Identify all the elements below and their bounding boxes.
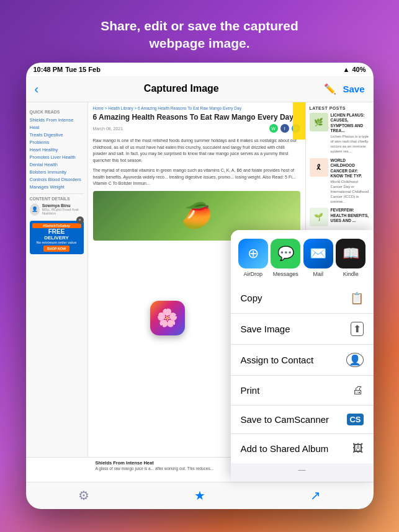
action-copy[interactable]: Copy 📋: [231, 283, 374, 314]
latest-item-3: 🌱 FEVERFEW: HEALTH BENEFITS, USES AND ..…: [310, 208, 370, 226]
save-image-icon: ⬆: [351, 322, 364, 336]
status-bar: 10:48 PM Tue 15 Feb ▲ 40%: [26, 63, 374, 76]
latest-posts-title: LATEST POSTS: [310, 106, 370, 110]
header-text: Share, edit or save the captured webpage…: [101, 17, 298, 53]
device-frame: 10:48 PM Tue 15 Feb ▲ 40% ‹ Captured Ima…: [26, 63, 374, 509]
facebook-icon[interactable]: f: [280, 124, 289, 133]
sidebar-link-6[interactable]: Bolsters Immunity: [30, 169, 84, 176]
sidebar-link-8[interactable]: Manages Weight: [30, 184, 84, 191]
content-area: QUICK READS Shields From Intense Heat Tr…: [26, 102, 374, 482]
airdrop-icon: ⊕: [248, 246, 259, 262]
share-sheet: ⊕ AirDrop 💬 Messages ✉️ Mail: [231, 230, 374, 482]
mail-label: Mail: [313, 271, 323, 277]
camscanner-icon: CS: [347, 414, 363, 425]
print-label: Print: [241, 385, 260, 396]
latest-item-1: 🌿 LICHEN PLANUS: CAUSES, SYMPTOMS AND TR…: [310, 113, 370, 154]
article-body-2: The myriad of essential vitamins in gree…: [93, 167, 300, 187]
save-button[interactable]: Save: [343, 84, 364, 94]
drag-handle: —: [231, 463, 374, 477]
app-icon-mail[interactable]: ✉️ Mail: [303, 239, 333, 277]
assign-contact-label: Assign to Contact: [241, 355, 314, 365]
action-assign-contact[interactable]: Assign to Contact 👤: [231, 345, 374, 376]
kindle-label: Kindle: [343, 271, 359, 277]
sidebar-link-4[interactable]: Promotes Liver Health: [30, 154, 84, 161]
latest-title-3: FEVERFEW: HEALTH BENEFITS, USES AND ...: [331, 208, 370, 223]
quick-reads-title: QUICK READS: [30, 110, 84, 114]
latest-thumb-2: 🎗: [310, 158, 328, 177]
save-image-label: Save Image: [241, 324, 290, 334]
sidebar-spacer: [31, 460, 93, 479]
breadcrumb: Home > Health Library > 6 Amazing Health…: [93, 106, 300, 110]
latest-title-2: WORLD CHILDHOOD CANCER DAY: KNOW THE TYP…: [331, 158, 370, 179]
article-date: March 08, 2021: [93, 126, 123, 131]
favorites-tab-icon[interactable]: ★: [194, 488, 205, 503]
header-section: Share, edit or save the captured webpage…: [76, 0, 323, 63]
page-title: Captured Image: [144, 83, 219, 94]
wifi-icon: ▲: [343, 66, 350, 73]
camscanner-label: Save to CamScanner: [241, 414, 330, 425]
latest-title-1: LICHEN PLANUS: CAUSES, SYMPTOMS AND TREA…: [331, 113, 370, 134]
author-avatar: 👤: [30, 203, 40, 216]
ad-delivery: DELIVERY: [32, 235, 81, 241]
ad-banner: #SwitchToSafety FREE DELIVERY No minimum…: [30, 221, 84, 254]
kindle-icon: 📖: [343, 246, 359, 262]
article-body-1: Raw mango is one of the most relished fo…: [93, 138, 300, 164]
share-tab-icon[interactable]: ↗: [310, 488, 321, 503]
assign-contact-icon: 👤: [346, 353, 364, 367]
messages-icon: 💬: [277, 246, 294, 262]
app-icon-airdrop[interactable]: ⊕ AirDrop: [238, 239, 268, 277]
action-save-image[interactable]: Save Image ⬆: [231, 314, 374, 345]
mail-icon: ✉️: [310, 246, 326, 262]
mango-visual: 🥭: [181, 201, 212, 230]
airdrop-label: AirDrop: [243, 271, 262, 277]
sidebar-link-1[interactable]: Shields From Intense Heat: [30, 117, 84, 131]
status-left: 10:48 PM Tue 15 Feb: [34, 66, 101, 73]
battery-display: 40%: [352, 66, 365, 73]
print-icon: 🖨: [352, 384, 364, 397]
nav-actions: ✏️ Save: [324, 83, 364, 95]
sidebar-link-7[interactable]: Controls Blood Disorders: [30, 176, 84, 184]
back-button[interactable]: ‹: [35, 82, 39, 96]
date-display: Tue 15 Feb: [65, 66, 101, 73]
status-right: ▲ 40%: [343, 66, 366, 73]
photos-app-icon: 🌸: [150, 301, 185, 335]
action-print[interactable]: Print 🖨: [231, 376, 374, 406]
latest-desc-2: World Childhood Cancer Day or Internatio…: [331, 180, 370, 204]
app-icon-kindle[interactable]: 📖 Kindle: [336, 239, 365, 277]
pencil-icon[interactable]: ✏️: [324, 83, 336, 95]
sidebar-link-2[interactable]: Treats Digestive Problems: [30, 131, 84, 146]
latest-thumb-3: 🌱: [310, 208, 328, 226]
messages-label: Messages: [273, 271, 298, 277]
settings-tab-icon[interactable]: ⚙: [78, 488, 89, 503]
latest-desc-1: Lichen Planus is a type of skin rash tha…: [331, 135, 370, 154]
tab-bar: ⚙ ★ ↗: [26, 482, 374, 509]
switch-badge: #SwitchToSafety: [32, 223, 81, 228]
ad-free: FREE: [32, 228, 81, 235]
article-title: 6 Amazing Health Reasons To Eat Raw Mang…: [93, 113, 300, 123]
copy-label: Copy: [241, 293, 262, 303]
author-name: Sowmya Binu: [42, 203, 84, 208]
app-icons-row: ⊕ AirDrop 💬 Messages ✉️ Mail: [231, 230, 374, 283]
app-icon-messages[interactable]: 💬 Messages: [271, 239, 300, 277]
sidebar-link-5[interactable]: Dental Health: [30, 161, 84, 169]
action-camscanner[interactable]: Save to CamScanner CS: [231, 406, 374, 434]
author-role: MSc, M.phil Food And Nutrition: [42, 208, 84, 215]
latest-thumb-1: 🌿: [310, 113, 328, 131]
whatsapp-icon[interactable]: W: [269, 124, 278, 133]
left-sidebar: QUICK READS Shields From Intense Heat Tr…: [26, 102, 88, 457]
ad-sub: No minimum order value: [32, 241, 81, 244]
action-shared-album[interactable]: Add to Shared Album 🖼: [231, 434, 374, 463]
latest-item-2: 🎗 WORLD CHILDHOOD CANCER DAY: KNOW THE T…: [310, 158, 370, 205]
time-display: 10:48 PM: [34, 66, 63, 73]
shared-album-icon: 🖼: [352, 442, 364, 455]
shared-album-label: Add to Shared Album: [241, 443, 329, 454]
sidebar-link-3[interactable]: Heart Healthy: [30, 146, 84, 154]
ad-btn[interactable]: SHOP NOW: [43, 246, 69, 252]
nav-bar: ‹ Captured Image ✏️ Save: [26, 76, 374, 102]
copy-icon: 📋: [350, 291, 364, 305]
content-details-title: CONTENT DETAILS: [30, 197, 84, 201]
